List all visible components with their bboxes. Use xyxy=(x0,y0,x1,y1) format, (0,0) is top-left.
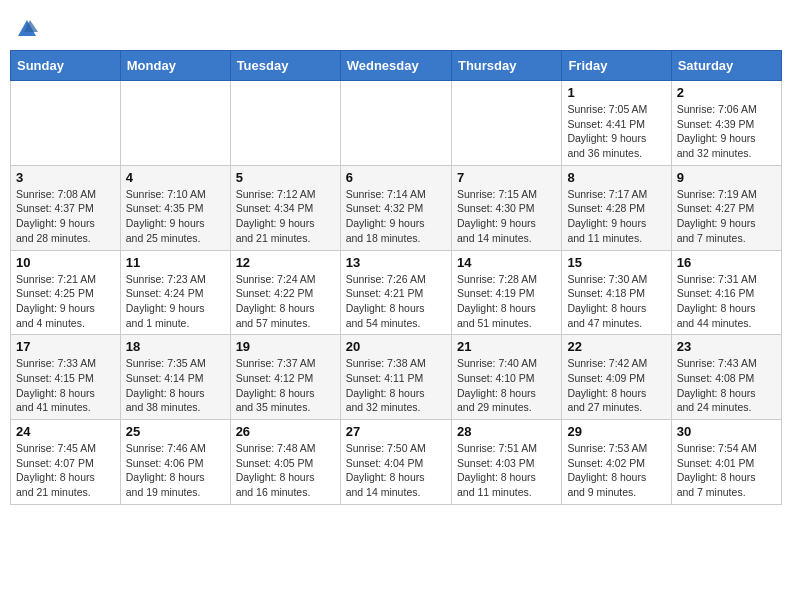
calendar-body: 1Sunrise: 7:05 AM Sunset: 4:41 PM Daylig… xyxy=(11,81,782,505)
calendar-cell: 12Sunrise: 7:24 AM Sunset: 4:22 PM Dayli… xyxy=(230,250,340,335)
calendar-cell: 13Sunrise: 7:26 AM Sunset: 4:21 PM Dayli… xyxy=(340,250,451,335)
calendar-week-4: 17Sunrise: 7:33 AM Sunset: 4:15 PM Dayli… xyxy=(11,335,782,420)
day-info: Sunrise: 7:12 AM Sunset: 4:34 PM Dayligh… xyxy=(236,187,335,246)
calendar-cell: 8Sunrise: 7:17 AM Sunset: 4:28 PM Daylig… xyxy=(562,165,671,250)
day-info: Sunrise: 7:46 AM Sunset: 4:06 PM Dayligh… xyxy=(126,441,225,500)
calendar-cell: 7Sunrise: 7:15 AM Sunset: 4:30 PM Daylig… xyxy=(451,165,561,250)
calendar-cell: 29Sunrise: 7:53 AM Sunset: 4:02 PM Dayli… xyxy=(562,420,671,505)
day-number: 5 xyxy=(236,170,335,185)
day-number: 24 xyxy=(16,424,115,439)
calendar-cell: 9Sunrise: 7:19 AM Sunset: 4:27 PM Daylig… xyxy=(671,165,781,250)
day-number: 19 xyxy=(236,339,335,354)
day-number: 8 xyxy=(567,170,665,185)
logo-icon xyxy=(16,18,38,40)
day-info: Sunrise: 7:17 AM Sunset: 4:28 PM Dayligh… xyxy=(567,187,665,246)
calendar-cell: 6Sunrise: 7:14 AM Sunset: 4:32 PM Daylig… xyxy=(340,165,451,250)
day-number: 16 xyxy=(677,255,776,270)
day-number: 1 xyxy=(567,85,665,100)
calendar-cell: 2Sunrise: 7:06 AM Sunset: 4:39 PM Daylig… xyxy=(671,81,781,166)
calendar-cell: 21Sunrise: 7:40 AM Sunset: 4:10 PM Dayli… xyxy=(451,335,561,420)
day-header-thursday: Thursday xyxy=(451,51,561,81)
calendar-cell xyxy=(230,81,340,166)
day-number: 9 xyxy=(677,170,776,185)
calendar-cell: 15Sunrise: 7:30 AM Sunset: 4:18 PM Dayli… xyxy=(562,250,671,335)
day-header-monday: Monday xyxy=(120,51,230,81)
calendar-cell: 30Sunrise: 7:54 AM Sunset: 4:01 PM Dayli… xyxy=(671,420,781,505)
day-number: 10 xyxy=(16,255,115,270)
day-number: 12 xyxy=(236,255,335,270)
day-info: Sunrise: 7:08 AM Sunset: 4:37 PM Dayligh… xyxy=(16,187,115,246)
day-info: Sunrise: 7:05 AM Sunset: 4:41 PM Dayligh… xyxy=(567,102,665,161)
calendar-cell: 1Sunrise: 7:05 AM Sunset: 4:41 PM Daylig… xyxy=(562,81,671,166)
day-info: Sunrise: 7:43 AM Sunset: 4:08 PM Dayligh… xyxy=(677,356,776,415)
calendar-cell: 23Sunrise: 7:43 AM Sunset: 4:08 PM Dayli… xyxy=(671,335,781,420)
day-number: 30 xyxy=(677,424,776,439)
day-info: Sunrise: 7:38 AM Sunset: 4:11 PM Dayligh… xyxy=(346,356,446,415)
calendar-week-5: 24Sunrise: 7:45 AM Sunset: 4:07 PM Dayli… xyxy=(11,420,782,505)
day-number: 2 xyxy=(677,85,776,100)
day-number: 7 xyxy=(457,170,556,185)
day-info: Sunrise: 7:14 AM Sunset: 4:32 PM Dayligh… xyxy=(346,187,446,246)
day-info: Sunrise: 7:42 AM Sunset: 4:09 PM Dayligh… xyxy=(567,356,665,415)
day-info: Sunrise: 7:37 AM Sunset: 4:12 PM Dayligh… xyxy=(236,356,335,415)
calendar-cell: 4Sunrise: 7:10 AM Sunset: 4:35 PM Daylig… xyxy=(120,165,230,250)
day-number: 23 xyxy=(677,339,776,354)
day-number: 17 xyxy=(16,339,115,354)
day-info: Sunrise: 7:15 AM Sunset: 4:30 PM Dayligh… xyxy=(457,187,556,246)
day-number: 27 xyxy=(346,424,446,439)
day-info: Sunrise: 7:50 AM Sunset: 4:04 PM Dayligh… xyxy=(346,441,446,500)
calendar-cell: 18Sunrise: 7:35 AM Sunset: 4:14 PM Dayli… xyxy=(120,335,230,420)
day-header-saturday: Saturday xyxy=(671,51,781,81)
calendar-cell xyxy=(120,81,230,166)
calendar-cell: 11Sunrise: 7:23 AM Sunset: 4:24 PM Dayli… xyxy=(120,250,230,335)
day-number: 18 xyxy=(126,339,225,354)
day-number: 11 xyxy=(126,255,225,270)
page-header xyxy=(10,10,782,42)
calendar-cell: 22Sunrise: 7:42 AM Sunset: 4:09 PM Dayli… xyxy=(562,335,671,420)
day-number: 28 xyxy=(457,424,556,439)
day-info: Sunrise: 7:26 AM Sunset: 4:21 PM Dayligh… xyxy=(346,272,446,331)
calendar-header-row: SundayMondayTuesdayWednesdayThursdayFrid… xyxy=(11,51,782,81)
day-info: Sunrise: 7:24 AM Sunset: 4:22 PM Dayligh… xyxy=(236,272,335,331)
calendar-cell: 5Sunrise: 7:12 AM Sunset: 4:34 PM Daylig… xyxy=(230,165,340,250)
day-info: Sunrise: 7:54 AM Sunset: 4:01 PM Dayligh… xyxy=(677,441,776,500)
day-info: Sunrise: 7:30 AM Sunset: 4:18 PM Dayligh… xyxy=(567,272,665,331)
day-header-friday: Friday xyxy=(562,51,671,81)
calendar-week-2: 3Sunrise: 7:08 AM Sunset: 4:37 PM Daylig… xyxy=(11,165,782,250)
day-number: 22 xyxy=(567,339,665,354)
day-header-sunday: Sunday xyxy=(11,51,121,81)
day-info: Sunrise: 7:19 AM Sunset: 4:27 PM Dayligh… xyxy=(677,187,776,246)
day-number: 4 xyxy=(126,170,225,185)
day-number: 25 xyxy=(126,424,225,439)
calendar-cell xyxy=(340,81,451,166)
day-info: Sunrise: 7:28 AM Sunset: 4:19 PM Dayligh… xyxy=(457,272,556,331)
calendar-cell: 28Sunrise: 7:51 AM Sunset: 4:03 PM Dayli… xyxy=(451,420,561,505)
day-info: Sunrise: 7:51 AM Sunset: 4:03 PM Dayligh… xyxy=(457,441,556,500)
day-number: 21 xyxy=(457,339,556,354)
day-info: Sunrise: 7:45 AM Sunset: 4:07 PM Dayligh… xyxy=(16,441,115,500)
calendar-cell xyxy=(11,81,121,166)
day-number: 29 xyxy=(567,424,665,439)
logo xyxy=(14,18,38,34)
calendar-week-3: 10Sunrise: 7:21 AM Sunset: 4:25 PM Dayli… xyxy=(11,250,782,335)
calendar: SundayMondayTuesdayWednesdayThursdayFrid… xyxy=(10,50,782,505)
day-number: 14 xyxy=(457,255,556,270)
calendar-cell: 3Sunrise: 7:08 AM Sunset: 4:37 PM Daylig… xyxy=(11,165,121,250)
calendar-cell: 14Sunrise: 7:28 AM Sunset: 4:19 PM Dayli… xyxy=(451,250,561,335)
day-info: Sunrise: 7:10 AM Sunset: 4:35 PM Dayligh… xyxy=(126,187,225,246)
calendar-cell: 20Sunrise: 7:38 AM Sunset: 4:11 PM Dayli… xyxy=(340,335,451,420)
calendar-cell: 26Sunrise: 7:48 AM Sunset: 4:05 PM Dayli… xyxy=(230,420,340,505)
day-number: 26 xyxy=(236,424,335,439)
day-header-wednesday: Wednesday xyxy=(340,51,451,81)
day-number: 3 xyxy=(16,170,115,185)
day-info: Sunrise: 7:31 AM Sunset: 4:16 PM Dayligh… xyxy=(677,272,776,331)
day-number: 6 xyxy=(346,170,446,185)
day-info: Sunrise: 7:48 AM Sunset: 4:05 PM Dayligh… xyxy=(236,441,335,500)
day-info: Sunrise: 7:23 AM Sunset: 4:24 PM Dayligh… xyxy=(126,272,225,331)
day-info: Sunrise: 7:35 AM Sunset: 4:14 PM Dayligh… xyxy=(126,356,225,415)
day-number: 15 xyxy=(567,255,665,270)
day-info: Sunrise: 7:21 AM Sunset: 4:25 PM Dayligh… xyxy=(16,272,115,331)
day-number: 13 xyxy=(346,255,446,270)
day-info: Sunrise: 7:33 AM Sunset: 4:15 PM Dayligh… xyxy=(16,356,115,415)
calendar-cell: 27Sunrise: 7:50 AM Sunset: 4:04 PM Dayli… xyxy=(340,420,451,505)
